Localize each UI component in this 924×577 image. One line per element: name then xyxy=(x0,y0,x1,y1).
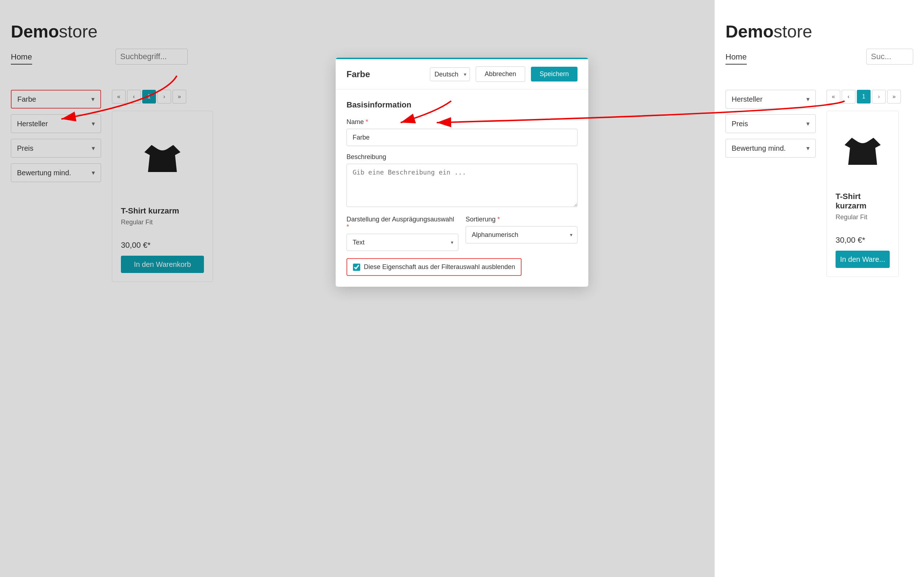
right-pagination: « ‹ 1 › » xyxy=(827,90,913,103)
right-filters: Hersteller ▾ Preis ▾ Bewertung mind. ▾ xyxy=(725,90,816,277)
required-star-display: * xyxy=(347,223,349,230)
right-filter-hersteller-label: Hersteller xyxy=(732,95,762,103)
modal-body: Basisinformation Name * Beschreibung Dar… xyxy=(336,89,588,287)
display-col: Darstellung der Ausprägungsauswahl * Tex… xyxy=(347,216,459,251)
right-tshirt-svg xyxy=(841,131,884,174)
right-add-to-cart-button[interactable]: In den Ware... xyxy=(835,251,890,268)
right-product-price: 30,00 €* xyxy=(835,235,890,245)
modal-title: Farbe xyxy=(347,69,370,79)
form-row-selects: Darstellung der Ausprägungsauswahl * Tex… xyxy=(347,216,577,251)
right-nav-home[interactable]: Home xyxy=(725,52,747,64)
lang-select-wrapper: Deutsch xyxy=(430,68,470,81)
chevron-down-icon: ▾ xyxy=(806,95,809,103)
sort-select-wrapper: Alphanumerisch Numerisch Alphabetisch xyxy=(465,226,577,243)
right-product-name: T-Shirt kurzarm xyxy=(835,192,890,211)
right-pagination-next[interactable]: › xyxy=(872,90,886,103)
name-label: Name * xyxy=(347,118,577,126)
right-pagination-prev[interactable]: ‹ xyxy=(842,90,855,103)
chevron-down-icon: ▾ xyxy=(806,120,809,128)
filter-checkbox[interactable] xyxy=(353,264,360,271)
right-filter-preis-label: Preis xyxy=(732,120,748,128)
section-title: Basisinformation xyxy=(347,100,577,110)
right-product-fit: Regular Fit xyxy=(835,213,890,221)
right-filter-bewertung[interactable]: Bewertung mind. ▾ xyxy=(725,139,816,158)
lang-select[interactable]: Deutsch xyxy=(430,68,470,81)
description-label: Beschreibung xyxy=(347,153,577,161)
right-product-card: T-Shirt kurzarm Regular Fit 30,00 €* In … xyxy=(827,111,899,277)
display-label: Darstellung der Ausprägungsauswahl * xyxy=(347,216,459,231)
right-pagination-current[interactable]: 1 xyxy=(857,90,871,103)
description-textarea[interactable] xyxy=(347,164,577,207)
right-products: « ‹ 1 › » T-Shirt kurzarm Regular Fit 30… xyxy=(827,90,913,277)
sort-label: Sortierung * xyxy=(465,216,577,223)
right-filter-preis[interactable]: Preis ▾ xyxy=(725,114,816,133)
right-panel-content: Hersteller ▾ Preis ▾ Bewertung mind. ▾ «… xyxy=(725,90,913,277)
save-button[interactable]: Speichern xyxy=(531,67,577,82)
right-pagination-last[interactable]: » xyxy=(887,90,901,103)
sort-col: Sortierung * Alphanumerisch Numerisch Al… xyxy=(465,216,577,251)
display-select[interactable]: Text Bild Farbe xyxy=(347,234,459,251)
modal-dialog: Farbe Deutsch Abbrechen Speichern Basisi… xyxy=(336,58,588,287)
right-logo: Demostore xyxy=(725,22,913,42)
right-filter-hersteller[interactable]: Hersteller ▾ xyxy=(725,90,816,108)
right-filter-bewertung-label: Bewertung mind. xyxy=(732,144,786,153)
cancel-button[interactable]: Abbrechen xyxy=(476,66,525,82)
chevron-down-icon: ▾ xyxy=(806,144,809,152)
right-search-input[interactable] xyxy=(866,49,913,64)
sort-select[interactable]: Alphanumerisch Numerisch Alphabetisch xyxy=(465,226,577,243)
display-select-wrapper: Text Bild Farbe xyxy=(347,234,459,251)
modal-header: Farbe Deutsch Abbrechen Speichern xyxy=(336,59,588,89)
right-product-image xyxy=(835,120,890,185)
modal-header-right: Deutsch Abbrechen Speichern xyxy=(430,66,577,82)
name-input[interactable] xyxy=(347,129,577,146)
required-star: * xyxy=(366,118,368,126)
checkbox-label[interactable]: Diese Eigenschaft aus der Filterauswahl … xyxy=(364,263,515,271)
checkbox-row: Diese Eigenschaft aus der Filterauswahl … xyxy=(347,258,522,276)
right-panel: Demostore Home Hersteller ▾ Preis ▾ Bewe… xyxy=(715,0,924,577)
right-logo-light: store xyxy=(774,22,812,41)
right-pagination-first[interactable]: « xyxy=(827,90,840,103)
required-star-sort: * xyxy=(498,216,500,223)
right-logo-bold: Demo xyxy=(725,22,774,41)
